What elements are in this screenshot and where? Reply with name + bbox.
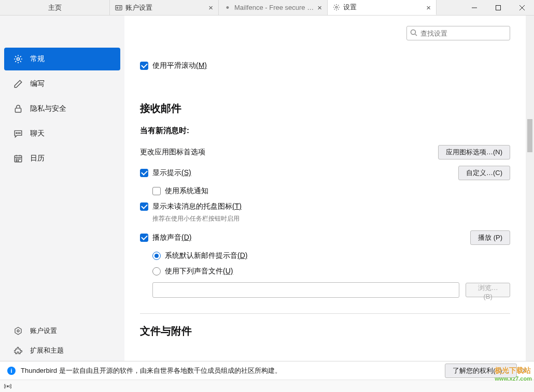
radio-label: 系统默认新邮件提示音(D)	[165, 251, 247, 260]
statusbar	[0, 380, 534, 392]
tab-label: 账户设置	[125, 3, 205, 12]
lock-icon	[13, 104, 23, 113]
svg-point-8	[20, 133, 21, 134]
svg-point-17	[7, 385, 9, 387]
tab-account-settings[interactable]: 账户设置 ×	[110, 0, 219, 15]
checkbox-label: 使用平滑滚动(M)	[152, 61, 207, 70]
scrollbar-thumb[interactable]	[527, 119, 532, 152]
minimize-button[interactable]	[462, 0, 486, 15]
smooth-scroll-checkbox[interactable]: 使用平滑滚动(M)	[140, 61, 510, 70]
sidebar-item-addons[interactable]: 扩展和主题	[4, 341, 120, 360]
use-system-notif-checkbox[interactable]: 使用系统通知	[152, 186, 510, 196]
svg-point-16	[411, 30, 416, 35]
tab-home[interactable]: 主页	[0, 0, 110, 15]
browse-button[interactable]: 浏览…(B)	[466, 283, 510, 297]
banner-close-icon[interactable]: ×	[522, 366, 527, 375]
sidebar-item-label: 常规	[30, 54, 45, 64]
section-title-files: 文件与附件	[140, 324, 510, 338]
tab-label: 设置	[343, 3, 423, 12]
close-icon[interactable]: ×	[317, 4, 322, 11]
svg-point-15	[17, 330, 19, 332]
close-icon[interactable]: ×	[208, 4, 213, 11]
pencil-icon	[13, 79, 23, 89]
close-icon[interactable]: ×	[426, 4, 431, 11]
svg-rect-5	[15, 108, 21, 112]
calendar-icon	[13, 154, 23, 163]
sidebar-item-label: 日历	[30, 154, 45, 163]
tab-label: Mailfence - Free secure email	[234, 4, 314, 11]
radio-icon	[152, 252, 161, 260]
icon-pref-label: 更改应用图标首选项	[140, 148, 205, 157]
dot-icon: •	[224, 4, 231, 11]
svg-point-13	[16, 161, 17, 161]
svg-point-7	[18, 133, 19, 134]
svg-point-2	[335, 6, 338, 8]
sidebar-item-chat[interactable]: 聊天	[4, 122, 120, 145]
tab-settings[interactable]: 设置 ×	[328, 0, 437, 15]
radio-default-sound[interactable]: 系统默认新邮件提示音(D)	[152, 251, 510, 260]
puzzle-icon	[13, 346, 23, 355]
info-banner: i Thunderbird 是一款自由且开源的软件，由来自世界各地数千位成员组成…	[0, 361, 534, 380]
tab-home-label: 主页	[48, 3, 62, 12]
section-title-incoming: 接收邮件	[140, 101, 510, 115]
sidebar-item-compose[interactable]: 编写	[4, 72, 120, 95]
sidebar-item-label: 扩展和主题	[30, 346, 64, 355]
sidebar-item-account-settings[interactable]: 账户设置	[4, 322, 120, 340]
info-icon: i	[7, 367, 16, 375]
tray-icon-checkbox[interactable]: 显示未读消息的托盘图标(T)	[140, 202, 510, 211]
gear-icon	[13, 54, 23, 64]
show-alert-checkbox[interactable]: 显示提示(S)	[140, 168, 191, 178]
maximize-button[interactable]	[486, 0, 510, 15]
search-input[interactable]	[406, 26, 510, 40]
svg-rect-3	[496, 5, 501, 10]
sound-file-input[interactable]	[152, 282, 459, 298]
scrollbar[interactable]	[526, 16, 534, 361]
radio-icon	[152, 267, 161, 275]
app-icon-options-button[interactable]: 应用图标选项…(N)	[438, 145, 510, 159]
checkbox-icon	[140, 169, 148, 177]
svg-point-4	[17, 58, 20, 61]
customize-button[interactable]: 自定义…(C)	[458, 166, 510, 180]
radio-custom-sound[interactable]: 使用下列声音文件(U)	[152, 267, 510, 276]
svg-point-10	[16, 158, 17, 159]
tab-mailfence[interactable]: • Mailfence - Free secure email ×	[219, 0, 328, 15]
account-icon	[115, 4, 122, 11]
sidebar-item-general[interactable]: 常规	[4, 48, 120, 70]
play-sound-checkbox[interactable]: 播放声音(D)	[140, 233, 191, 242]
sidebar-item-calendar[interactable]: 日历	[4, 147, 120, 170]
content-area: 使用平滑滚动(M) 接收邮件 当有新消息时: 更改应用图标首选项 应用图标选项……	[124, 16, 526, 361]
sidebar-item-label: 编写	[30, 79, 45, 89]
checkbox-icon	[152, 187, 161, 195]
sidebar-item-label: 账户设置	[30, 326, 57, 336]
checkbox-label: 显示提示(S)	[152, 168, 191, 178]
sidebar-item-privacy[interactable]: 隐私与安全	[4, 97, 120, 120]
checkbox-label: 使用系统通知	[165, 186, 208, 196]
titlebar: 主页 账户设置 × • Mailfence - Free secure emai…	[0, 0, 534, 16]
search-icon	[410, 28, 418, 37]
checkbox-icon	[140, 62, 148, 70]
close-button[interactable]	[510, 0, 534, 15]
know-your-rights-button[interactable]: 了解您的权利(K)…	[445, 364, 516, 378]
gear-icon	[333, 4, 340, 11]
checkbox-icon	[140, 202, 148, 211]
sidebar-item-label: 隐私与安全	[30, 104, 66, 113]
broadcast-icon	[4, 383, 11, 390]
svg-point-12	[20, 158, 20, 159]
svg-point-1	[117, 7, 118, 8]
svg-point-6	[16, 133, 17, 134]
hex-icon	[13, 326, 23, 336]
radio-label: 使用下列声音文件(U)	[165, 267, 233, 276]
sidebar-item-label: 聊天	[30, 129, 45, 138]
checkbox-label: 播放声音(D)	[152, 233, 191, 242]
svg-point-14	[18, 161, 18, 161]
checkbox-icon	[140, 234, 148, 242]
banner-text: Thunderbird 是一款自由且开源的软件，由来自世界各地数千位成员组成的社…	[21, 366, 440, 375]
chat-icon	[13, 129, 23, 138]
checkbox-label: 显示未读消息的托盘图标(T)	[152, 202, 242, 211]
window-controls	[462, 0, 534, 15]
play-button[interactable]: 播放 (P)	[470, 230, 510, 245]
sidebar: 常规 编写 隐私与安全 聊天 日历	[0, 16, 124, 361]
tray-icon-hint: 推荐在使用小任务栏按钮时启用	[152, 214, 510, 223]
subtitle-new-message: 当有新消息时:	[140, 126, 510, 136]
svg-point-11	[18, 158, 18, 159]
